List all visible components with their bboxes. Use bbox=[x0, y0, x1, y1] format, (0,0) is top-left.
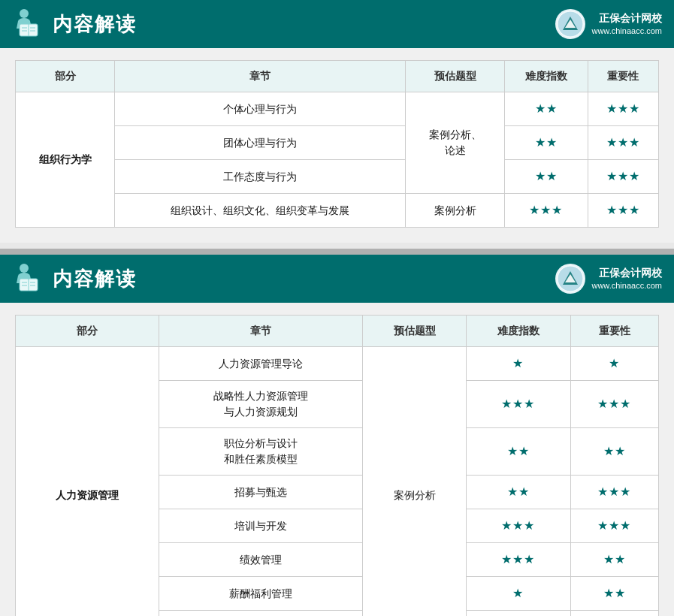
importance-cell: ★★★ bbox=[588, 160, 658, 194]
table-1: 部分 章节 预估题型 难度指数 重要性 组织行为学 个体心理与行为 案例分析、论… bbox=[15, 60, 659, 228]
header-left-1: 内容解读 bbox=[12, 8, 137, 41]
section-2-title: 内容解读 bbox=[53, 266, 137, 292]
col-importance-1: 重要性 bbox=[588, 61, 658, 92]
difficulty-cell: ★★★ bbox=[467, 543, 570, 577]
importance-cell: ★★ bbox=[570, 577, 658, 611]
examtype-cell-2: 案例分析 bbox=[363, 347, 467, 617]
section-1-title: 内容解读 bbox=[53, 11, 137, 38]
svg-point-0 bbox=[20, 9, 29, 18]
logo-icon-1 bbox=[557, 11, 584, 38]
importance-cell: ★★★ bbox=[570, 509, 658, 543]
importance-cell: ★★★ bbox=[570, 476, 658, 509]
difficulty-cell: ★★ bbox=[505, 126, 588, 160]
svg-point-10 bbox=[20, 264, 29, 273]
chapter-cell: 培训与开发 bbox=[159, 509, 363, 543]
logo-circle-1 bbox=[555, 9, 585, 39]
difficulty-cell: ★★★ bbox=[467, 381, 570, 428]
chapter-cell: 员工关系管理 bbox=[159, 611, 363, 617]
chapter-cell: 招募与甄选 bbox=[159, 476, 363, 509]
table-container-2: 部分 章节 预估题型 难度指数 重要性 人力资源管理 人力资源管理导论 案例分析… bbox=[0, 315, 674, 616]
col-part-2: 部分 bbox=[16, 316, 159, 347]
logo-circle-2 bbox=[555, 264, 585, 294]
importance-cell: ★★ bbox=[570, 543, 658, 577]
col-difficulty-2: 难度指数 bbox=[467, 316, 570, 347]
chapter-cell: 人力资源管理导论 bbox=[159, 347, 363, 381]
col-examtype-1: 预估题型 bbox=[406, 61, 505, 92]
book-icon-2 bbox=[12, 262, 45, 295]
difficulty-cell: ★★★ bbox=[505, 194, 588, 228]
difficulty-cell: ★★ bbox=[505, 160, 588, 194]
difficulty-cell: ★ bbox=[467, 611, 570, 617]
difficulty-cell: ★ bbox=[467, 347, 570, 381]
table-1-header-row: 部分 章节 预估题型 难度指数 重要性 bbox=[16, 61, 659, 92]
col-importance-2: 重要性 bbox=[570, 316, 658, 347]
difficulty-cell: ★ bbox=[467, 577, 570, 611]
chapter-cell: 职位分析与设计和胜任素质模型 bbox=[159, 428, 363, 476]
col-part-1: 部分 bbox=[16, 61, 115, 92]
difficulty-cell: ★★ bbox=[505, 92, 588, 126]
section-2: 内容解读 正保会计网校 www.chinaacc.com 部分 章节 bbox=[0, 255, 674, 616]
logo-text-2: 正保会计网校 www.chinaacc.com bbox=[591, 266, 662, 292]
examtype-cell: 案例分析、论述 bbox=[406, 92, 505, 194]
header-right-1: 正保会计网校 www.chinaacc.com bbox=[555, 9, 662, 39]
logo-icon-2 bbox=[557, 265, 584, 292]
col-chapter-2: 章节 bbox=[159, 316, 363, 347]
examtype-cell: 案例分析 bbox=[406, 194, 505, 228]
importance-cell: ★★★ bbox=[588, 92, 658, 126]
table-row: 人力资源管理 人力资源管理导论 案例分析 ★ ★ bbox=[16, 347, 659, 381]
chapter-cell: 薪酬福利管理 bbox=[159, 577, 363, 611]
part-cell-2: 人力资源管理 bbox=[16, 347, 159, 617]
section-divider bbox=[0, 249, 674, 255]
table-container-1: 部分 章节 预估题型 难度指数 重要性 组织行为学 个体心理与行为 案例分析、论… bbox=[0, 60, 674, 228]
importance-cell: ★★★ bbox=[570, 381, 658, 428]
chapter-cell: 个体心理与行为 bbox=[115, 92, 406, 126]
chapter-cell: 绩效管理 bbox=[159, 543, 363, 577]
chapter-cell: 组织设计、组织文化、组织变革与发展 bbox=[115, 194, 406, 228]
difficulty-cell: ★★ bbox=[467, 428, 570, 476]
table-row: 组织行为学 个体心理与行为 案例分析、论述 ★★ ★★★ bbox=[16, 92, 659, 126]
logo-text-1: 正保会计网校 www.chinaacc.com bbox=[591, 11, 662, 38]
table-2: 部分 章节 预估题型 难度指数 重要性 人力资源管理 人力资源管理导论 案例分析… bbox=[15, 315, 659, 616]
chapter-cell: 团体心理与行为 bbox=[115, 126, 406, 160]
importance-cell: ★★ bbox=[570, 428, 658, 476]
difficulty-cell: ★★★ bbox=[467, 509, 570, 543]
section-1: 内容解读 正保会计网校 www.chinaacc.com 部分 章节 bbox=[0, 0, 674, 243]
header-2: 内容解读 正保会计网校 www.chinaacc.com bbox=[0, 255, 674, 303]
header-left-2: 内容解读 bbox=[12, 262, 137, 295]
chapter-cell: 战略性人力资源管理与人力资源规划 bbox=[159, 381, 363, 428]
book-icon-1 bbox=[12, 8, 45, 41]
col-examtype-2: 预估题型 bbox=[363, 316, 467, 347]
chapter-cell: 工作态度与行为 bbox=[115, 160, 406, 194]
difficulty-cell: ★★ bbox=[467, 476, 570, 509]
col-chapter-1: 章节 bbox=[115, 61, 406, 92]
col-difficulty-1: 难度指数 bbox=[505, 61, 588, 92]
importance-cell: ★★★ bbox=[588, 194, 658, 228]
importance-cell: ★ bbox=[570, 347, 658, 381]
header-1: 内容解读 正保会计网校 www.chinaacc.com bbox=[0, 0, 674, 48]
part-cell-1: 组织行为学 bbox=[16, 92, 115, 228]
importance-cell: ★★ bbox=[570, 611, 658, 617]
importance-cell: ★★★ bbox=[588, 126, 658, 160]
table-2-header-row: 部分 章节 预估题型 难度指数 重要性 bbox=[16, 316, 659, 347]
header-right-2: 正保会计网校 www.chinaacc.com bbox=[555, 264, 662, 294]
